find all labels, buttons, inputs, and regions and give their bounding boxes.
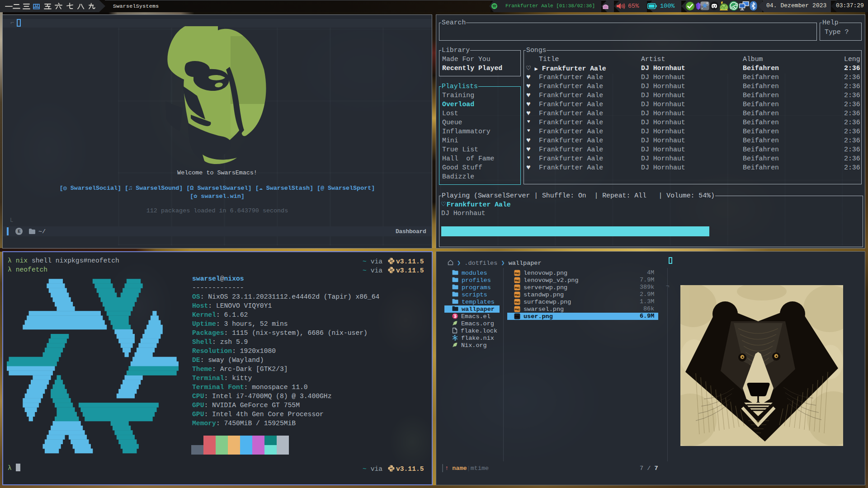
svg-text:PNG: PNG (515, 315, 520, 318)
svg-text:PNG: PNG (515, 286, 520, 289)
svg-text:PNG: PNG (515, 272, 520, 275)
svg-text:PNG: PNG (515, 301, 520, 304)
svg-text:PNG: PNG (515, 294, 520, 296)
svg-text:PNG: PNG (515, 308, 520, 311)
svg-text:PNG: PNG (515, 279, 520, 282)
